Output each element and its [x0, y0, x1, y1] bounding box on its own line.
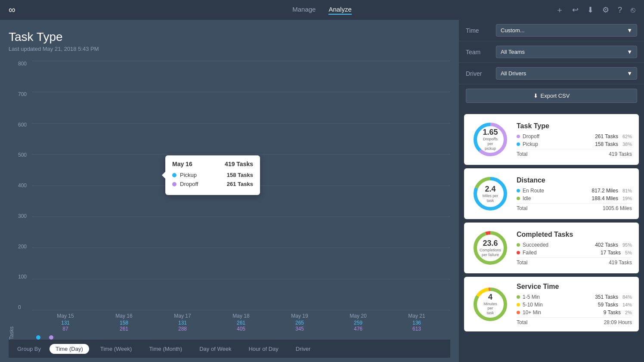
- stat-name-succeeded: Succeeded: [523, 242, 592, 248]
- download-icon[interactable]: ⬇: [587, 5, 594, 15]
- stat-name-dropoff: Dropoff: [523, 133, 592, 139]
- x-label-dropoff-val: 476: [354, 326, 362, 332]
- stat-pct-idle: 19%: [622, 196, 632, 201]
- x-label-dropoff-val: 613: [412, 326, 421, 332]
- x-label-dropoff-val: 87: [62, 326, 68, 332]
- stats-cards: 1.65 Dropoffs perpickup Task Type Dropof…: [459, 107, 644, 362]
- bar-group-may15[interactable]: [46, 61, 85, 310]
- stat-name-idle: Idle: [523, 195, 589, 201]
- help-icon[interactable]: ?: [618, 6, 622, 15]
- chart-plot: 0 100 200 300 400 500 600 700 800: [18, 61, 450, 310]
- group-btn-time-month[interactable]: Time (Month): [143, 344, 188, 354]
- x-label-date: May 19: [291, 313, 308, 319]
- task-type-center-num: 1.65: [481, 128, 500, 137]
- donut-center-completed: 23.6 Completionsper failure: [480, 239, 501, 257]
- bar-group-may18[interactable]: [222, 61, 260, 310]
- group-btn-time-week[interactable]: Time (Week): [94, 344, 138, 354]
- settings-icon[interactable]: ⚙: [602, 5, 609, 15]
- stat-count-idle: 188.4 Miles: [592, 195, 618, 201]
- legend-area: [18, 332, 450, 340]
- donut-center-service: 4 Minutes pertask: [481, 293, 500, 316]
- legend-dot-dropoff: [49, 335, 53, 340]
- stat-pct-succeeded: 95%: [622, 242, 632, 248]
- bar-group-may17[interactable]: [163, 61, 202, 310]
- export-btn-label: Export CSV: [541, 93, 570, 99]
- service-center-num: 4: [481, 293, 500, 302]
- group-btn-hour-of-day[interactable]: Hour of Day: [242, 344, 284, 354]
- nav-analyze[interactable]: Analyze: [328, 6, 351, 15]
- stat-total-completed: Total 419 Tasks: [517, 257, 632, 266]
- stat-pct-pickup: 38%: [622, 142, 632, 147]
- stat-count-10plus: 9 Tasks: [604, 309, 621, 316]
- filter-time-select[interactable]: Custom... ▼: [496, 24, 637, 37]
- undo-icon[interactable]: ↩: [572, 5, 579, 15]
- stat-pct-5-10: 14%: [622, 302, 632, 307]
- distance-center-num: 2.4: [483, 185, 498, 194]
- stat-count-enroute: 817.2 Miles: [592, 188, 618, 194]
- stat-pct-10plus: 2%: [625, 310, 632, 315]
- filter-driver-label: Driver: [466, 70, 492, 77]
- nav-manage[interactable]: Manage: [292, 6, 316, 15]
- bar-group-may21[interactable]: [397, 61, 436, 310]
- y-axis-ticks: 0 100 200 300 400 500 600 700 800: [18, 61, 32, 310]
- donut-service-time: 4 Minutes pertask: [471, 285, 510, 324]
- stat-card-task-type: 1.65 Dropoffs perpickup Task Type Dropof…: [464, 114, 639, 165]
- filter-time-row: Time Custom... ▼: [459, 20, 644, 41]
- donut-center-distance: 2.4 Miles pertask: [483, 185, 498, 203]
- stat-row-succeeded: Succeeded 402 Tasks 95%: [517, 242, 632, 248]
- chart-inner: 0 100 200 300 400 500 600 700 800: [18, 61, 450, 340]
- group-btn-day-of-week[interactable]: Day of Week: [193, 344, 237, 354]
- chart-subtitle: Last updated May 21, 2018 5:43 PM: [9, 46, 450, 52]
- filter-team-select[interactable]: All Teams ▼: [496, 46, 637, 58]
- x-label-group: May 16158261: [95, 313, 153, 332]
- stat-dot-1-5: [517, 295, 520, 299]
- stat-dot-pickup: [517, 142, 520, 146]
- filter-driver-value: All Drivers: [501, 70, 526, 77]
- x-label-group: May 1513187: [36, 313, 95, 332]
- chart-wrapper: Tasks 0 100 200 300 400 500 600 700 800: [9, 61, 450, 340]
- stat-dot-enroute: [517, 189, 520, 192]
- stat-info-service: Service Time 1-5 Min 351 Tasks 84% 5-10 …: [517, 283, 632, 325]
- distance-center-text: Miles pertask: [483, 194, 498, 203]
- stat-total-label-dist: Total: [517, 205, 527, 211]
- x-label-pickup-val: 131: [178, 320, 187, 326]
- x-label-group: May 18261405: [212, 313, 270, 332]
- chevron-down-icon-team: ▼: [627, 49, 632, 55]
- stat-row-pickup: Pickup 158 Tasks 38%: [517, 141, 632, 147]
- download-icon-export: ⬇: [533, 93, 538, 99]
- chevron-down-icon: ▼: [627, 27, 632, 34]
- x-label-date: May 17: [174, 313, 191, 319]
- group-btn-time-day[interactable]: Time (Day): [50, 344, 89, 354]
- stat-total-value-dist: 1005.6 Miles: [603, 205, 632, 211]
- filter-driver-select[interactable]: All Drivers ▼: [496, 67, 637, 80]
- stat-title-distance: Distance: [517, 176, 632, 184]
- stat-card-service-time: 4 Minutes pertask Service Time 1-5 Min 3…: [464, 277, 639, 331]
- x-label-pickup-val: 131: [61, 320, 70, 326]
- stat-name-5-10: 5-10 Min: [523, 302, 595, 308]
- stat-count-dropoff: 261 Tasks: [595, 133, 618, 139]
- export-csv-button[interactable]: ⬇ Export CSV: [466, 89, 637, 103]
- stat-total-label-comp: Total: [517, 260, 527, 266]
- logout-icon[interactable]: ⎋: [631, 6, 635, 15]
- group-by-label: Group By: [17, 346, 41, 352]
- stat-count-succeeded: 402 Tasks: [595, 242, 618, 248]
- donut-completed: 23.6 Completionsper failure: [471, 229, 510, 267]
- main-content: Task Type Last updated May 21, 2018 5:43…: [0, 20, 644, 362]
- add-icon[interactable]: ＋: [556, 5, 564, 15]
- stat-total-value-comp: 419 Tasks: [609, 260, 632, 266]
- bar-group-may20[interactable]: [339, 61, 378, 310]
- bar-group-may16[interactable]: [105, 61, 143, 310]
- filter-time-value: Custom...: [501, 27, 525, 34]
- stat-total-label-tt: Total: [517, 151, 527, 157]
- x-label-group: May 17131288: [153, 313, 212, 332]
- stat-total-task-type: Total 419 Tasks: [517, 149, 632, 157]
- filter-team-value: All Teams: [501, 49, 525, 55]
- stat-count-pickup: 158 Tasks: [595, 141, 618, 147]
- group-btn-driver[interactable]: Driver: [290, 344, 317, 354]
- stat-row-failed: Failed 17 Tasks 5%: [517, 250, 632, 256]
- bars-container: [32, 61, 450, 310]
- stat-dot-dropoff: [517, 135, 520, 138]
- stat-info-task-type: Task Type Dropoff 261 Tasks 62% Pickup 1…: [517, 122, 632, 157]
- bar-group-may19[interactable]: [280, 61, 319, 310]
- filter-time-label: Time: [466, 27, 492, 34]
